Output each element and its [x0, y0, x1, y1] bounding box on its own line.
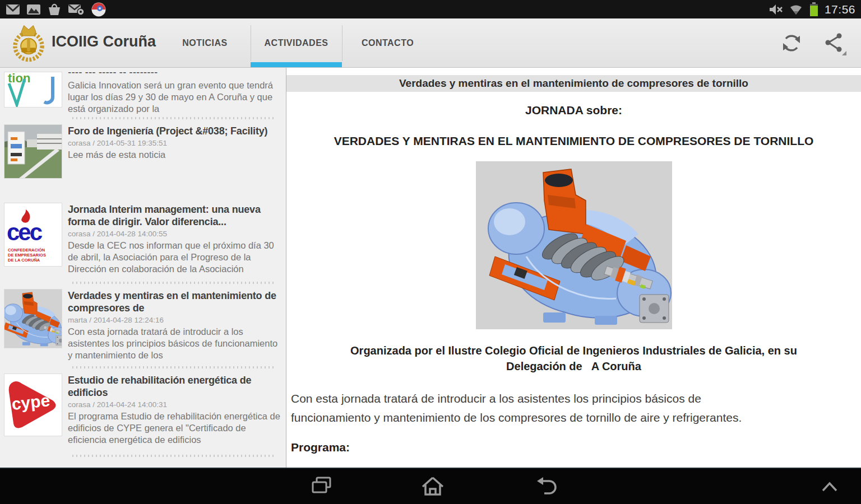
- svg-text:DE LA CORUÑA: DE LA CORUÑA: [8, 258, 40, 263]
- list-item[interactable]: cype Estudio de rehabilitación energétic…: [0, 370, 286, 454]
- app-title: ICOIIG Coruña: [52, 33, 156, 50]
- battery-icon: [809, 2, 819, 17]
- share-button[interactable]: [822, 31, 846, 55]
- campus-photo-thumbnail: [4, 125, 62, 178]
- tab-contacto[interactable]: CONTACTO: [342, 18, 433, 68]
- selected-tab-indicator: [251, 62, 342, 67]
- news-title: Verdades y mentiras en el mantenimiento …: [68, 290, 281, 314]
- organizer-text: Organizada por el Ilustre Colegio Oficia…: [286, 343, 861, 374]
- home-button[interactable]: [420, 474, 445, 499]
- home-icon: [420, 475, 445, 498]
- clipped-text-line: [72, 366, 275, 368]
- tab-actividades[interactable]: ACTIVIDADES: [251, 18, 342, 68]
- cec-logo-thumbnail: cec CONFEDERACIÓN DE EMPRESARIOS DE LA C…: [4, 203, 62, 266]
- mail-settings-icon: [68, 3, 85, 16]
- news-meta: corasa / 2014-04-24 14:00:31: [68, 400, 281, 409]
- app-logo-icon: [8, 22, 49, 64]
- list-item[interactable]: Foro de Ingeniería (Project &#038; Facil…: [0, 120, 286, 199]
- svg-text:DE EMPRESARIOS: DE EMPRESARIOS: [8, 253, 46, 258]
- news-meta: marta / 2014-04-28 12:24:16: [68, 316, 281, 324]
- chevron-up-button[interactable]: [817, 474, 842, 499]
- share-icon: [822, 31, 846, 55]
- news-meta: corasa / 2014-05-31 19:35:51: [68, 139, 281, 147]
- gmail-icon: [6, 3, 20, 16]
- refresh-button[interactable]: [779, 31, 804, 55]
- wifi-icon: [789, 3, 803, 16]
- back-button[interactable]: [535, 474, 559, 499]
- load-more-button[interactable]: Pulsa para cargar más: [0, 458, 286, 468]
- recents-icon: [309, 475, 333, 498]
- status-bar: 17:56: [0, 0, 861, 18]
- organizer-line1: Organizada por el Ilustre Colegio Oficia…: [286, 343, 861, 358]
- round-app-icon: [91, 2, 107, 17]
- news-title: Jornada Interim management: una nueva fo…: [68, 203, 281, 228]
- back-icon: [535, 475, 559, 498]
- list-item[interactable]: tion ▪▪▪▪ ▪▪▪ ▪▪▪▪▪ ▪▪ ▪▪▪▪▪▪▪▪ Galicia …: [0, 68, 286, 116]
- news-snippet: Galicia Innovation será un gran evento q…: [68, 80, 281, 115]
- shop-bag-icon: [47, 3, 62, 16]
- svg-text:cec: cec: [7, 219, 43, 245]
- tab-bar: NOTICIAS ACTIVIDADES CONTACTO: [159, 18, 433, 68]
- news-list: tion ▪▪▪▪ ▪▪▪ ▪▪▪▪▪ ▪▪ ▪▪▪▪▪▪▪▪ Galicia …: [0, 68, 286, 468]
- clipped-text-line: [72, 282, 275, 284]
- clock: 17:56: [825, 3, 855, 16]
- gallery-icon: [26, 3, 41, 16]
- clipped-text-line: [72, 455, 275, 457]
- recents-button[interactable]: [309, 474, 334, 499]
- chevron-up-icon: [819, 478, 840, 495]
- app-screen: 17:56 ICOIIG Coruña NOTICIAS ACTIVIDADES…: [0, 0, 861, 504]
- news-title: Foro de Ingeniería (Project &#038; Facil…: [68, 125, 281, 137]
- mute-icon: [769, 3, 783, 16]
- program-label: Programa:: [291, 441, 861, 454]
- list-item[interactable]: Verdades y mentiras en el mantenimiento …: [0, 285, 286, 365]
- article-header: Verdades y mentiras en el mantenimiento …: [286, 75, 861, 92]
- cype-logo-thumbnail: cype: [4, 374, 62, 436]
- tab-divider: [251, 25, 251, 61]
- article-heading1: JORNADA sobre:: [286, 104, 861, 117]
- news-snippet: Desde la CEC nos informan que el próximo…: [68, 240, 281, 275]
- galicia-innovation-thumbnail: tion: [4, 72, 62, 107]
- compressor-thumbnail: [4, 290, 62, 348]
- article-heading2: VERDADES Y MENTIRAS EN EL MANTENIMIENTO …: [286, 134, 861, 148]
- refresh-icon: [780, 31, 803, 55]
- compressor-cutaway-image: [476, 161, 672, 329]
- news-snippet: El programa Estudio de rehabilitación en…: [68, 410, 281, 446]
- tab-noticias[interactable]: NOTICIAS: [159, 18, 251, 68]
- news-snippet: Con esta jornada tratará de introducir a…: [68, 326, 281, 361]
- news-snippet: Lee más de esta noticia: [68, 149, 281, 161]
- article-pane: Verdades y mentiras en el mantenimiento …: [286, 68, 861, 468]
- android-nav-bar: [0, 468, 861, 504]
- svg-text:CONFEDERACIÓN: CONFEDERACIÓN: [8, 248, 45, 253]
- article-paragraph: Con esta jornada tratará de introducir a…: [291, 389, 784, 427]
- tab-divider: [342, 25, 342, 61]
- action-bar: ICOIIG Coruña NOTICIAS ACTIVIDADES CONTA…: [0, 18, 861, 68]
- clipped-text-line: ▪▪▪▪ ▪▪▪ ▪▪▪▪▪ ▪▪ ▪▪▪▪▪▪▪▪: [68, 72, 281, 78]
- content-area: tion ▪▪▪▪ ▪▪▪ ▪▪▪▪▪ ▪▪ ▪▪▪▪▪▪▪▪ Galicia …: [0, 68, 861, 468]
- news-title: Estudio de rehabilitación energética de …: [68, 374, 281, 399]
- notification-icons: [6, 2, 107, 17]
- svg-text:tion: tion: [8, 72, 30, 85]
- list-item[interactable]: cec CONFEDERACIÓN DE EMPRESARIOS DE LA C…: [0, 199, 286, 281]
- organizer-line2: Delegación de A Coruña: [286, 358, 861, 374]
- system-status: 17:56: [769, 2, 855, 17]
- news-meta: corasa / 2014-04-28 14:00:55: [68, 230, 281, 238]
- clipped-text-line: [72, 117, 275, 119]
